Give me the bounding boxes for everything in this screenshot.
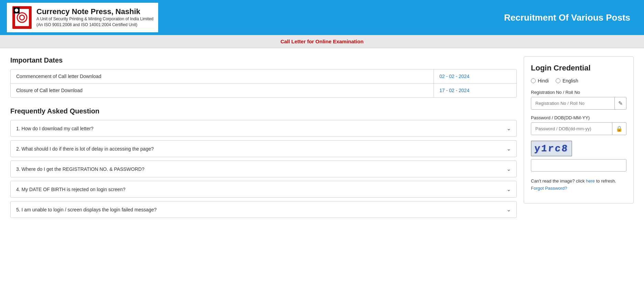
captcha-image: y1rc8 <box>531 141 572 156</box>
sub-header-text: Call Letter for Online Examination <box>281 38 364 44</box>
table-row: Commencement of Call letter Download 02 … <box>11 69 516 84</box>
captcha-refresh-link[interactable]: here <box>586 178 595 184</box>
table-row: Closure of Call letter Download 17 - 02 … <box>11 84 516 97</box>
registration-input-row: ✎ <box>531 97 626 110</box>
important-dates-title: Important Dates <box>10 56 517 64</box>
chevron-down-icon: ⌄ <box>506 125 511 132</box>
faq-item-2[interactable]: 2. What should I do if there is lot of d… <box>10 140 517 157</box>
faq-question-4: 4. My DATE OF BIRTH is rejected on login… <box>16 187 125 192</box>
date-label-1: Commencement of Call letter Download <box>11 69 434 83</box>
pass-field-label: Password / DOB(DD-MM-YY) <box>531 115 626 120</box>
login-panel: Login Credential Hindi English Registrat… <box>524 56 634 204</box>
faq-item-4[interactable]: 4. My DATE OF BIRTH is rejected on login… <box>10 181 517 198</box>
logo-area: Currency Note Press, Nashik A Unit of Se… <box>7 3 158 32</box>
page-title: Recruitment Of Various Posts <box>504 12 637 23</box>
org-name: Currency Note Press, Nashik <box>36 7 153 16</box>
org-logo-icon <box>12 6 32 30</box>
faq-question-3: 3. Where do I get the REGISTRATION NO. &… <box>16 166 144 172</box>
password-input[interactable] <box>531 123 612 135</box>
date-value-1: 02 - 02 - 2024 <box>434 69 516 83</box>
forgot-password-link[interactable]: Forgot Password? <box>531 186 626 191</box>
chevron-down-icon: ⌄ <box>506 206 511 213</box>
important-dates-table: Commencement of Call letter Download 02 … <box>10 69 517 98</box>
registration-input[interactable] <box>531 97 614 109</box>
faq-item-5[interactable]: 5. I am unable to login / screen display… <box>10 201 517 218</box>
org-subtitle2: (An ISO 9001:2008 and ISO 14001:2004 Cer… <box>36 22 153 28</box>
faq-item-3[interactable]: 3. Where do I get the REGISTRATION NO. &… <box>10 161 517 177</box>
svg-point-4 <box>20 15 24 20</box>
faq-question-2: 2. What should I do if there is lot of d… <box>16 146 154 152</box>
main-content: Important Dates Commencement of Call let… <box>0 48 644 297</box>
reg-field-label: Registration No / Roll No <box>531 90 626 95</box>
faq-title: Frequently Asked Question <box>10 107 517 115</box>
chevron-down-icon: ⌄ <box>506 166 511 172</box>
date-value-2: 17 - 02 - 2024 <box>434 84 516 97</box>
svg-point-6 <box>15 9 18 12</box>
captcha-input[interactable] <box>531 159 626 172</box>
login-title: Login Credential <box>531 64 626 73</box>
sub-header-banner: Call Letter for Online Examination <box>0 35 644 48</box>
english-label: English <box>563 78 578 84</box>
captcha-note: Can't read the image? click here to refr… <box>531 178 626 184</box>
captcha-value: y1rc8 <box>534 143 569 154</box>
lock-icon-button[interactable]: 🔒 <box>612 123 626 135</box>
logo-text: Currency Note Press, Nashik A Unit of Se… <box>36 7 153 28</box>
chevron-down-icon: ⌄ <box>506 186 511 192</box>
faq-question-5: 5. I am unable to login / screen display… <box>16 207 157 212</box>
hindi-label: Hindi <box>538 78 549 84</box>
left-panel: Important Dates Commencement of Call let… <box>10 56 517 294</box>
pencil-icon-button[interactable]: ✎ <box>614 97 626 109</box>
date-label-2: Closure of Call letter Download <box>11 84 434 97</box>
language-selection: Hindi English <box>531 78 626 84</box>
password-input-row: 🔒 <box>531 122 626 135</box>
english-radio[interactable] <box>556 78 560 83</box>
faq-item-1[interactable]: 1. How do I download my call letter? ⌄ <box>10 120 517 137</box>
faq-question-1: 1. How do I download my call letter? <box>16 126 94 131</box>
chevron-down-icon: ⌄ <box>506 145 511 152</box>
hindi-radio[interactable] <box>531 78 536 83</box>
english-radio-label[interactable]: English <box>556 78 578 84</box>
captcha-area: y1rc8 <box>531 141 626 175</box>
header: Currency Note Press, Nashik A Unit of Se… <box>0 0 644 35</box>
hindi-radio-label[interactable]: Hindi <box>531 78 549 84</box>
org-subtitle1: A Unit of Security Printing & Minting Co… <box>36 16 153 22</box>
